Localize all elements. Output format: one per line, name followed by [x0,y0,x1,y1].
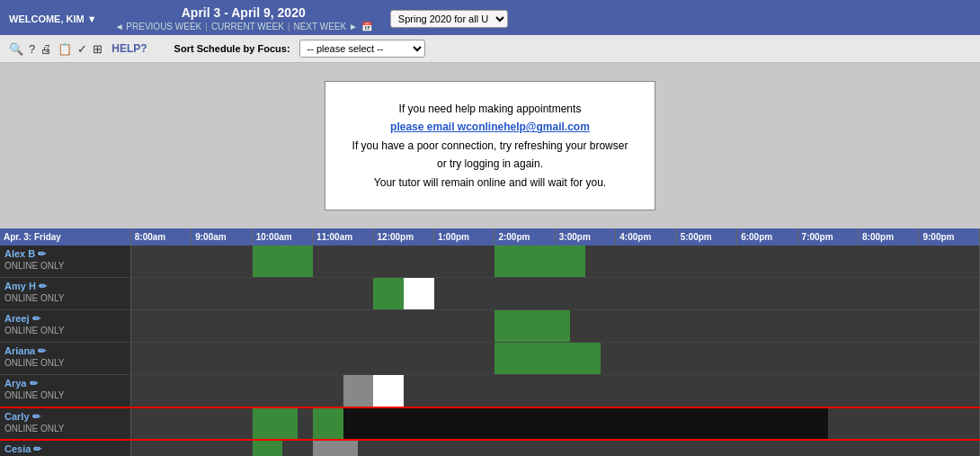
tutor-mode: ONLINE ONLY [4,293,126,303]
time-header: 8:00am [130,228,191,246]
info-box-container: If you need help making appointments ple… [0,63,980,228]
tutor-name-cell: Ariana ✏ONLINE ONLY [0,343,130,375]
schedule-time-span[interactable] [130,375,979,407]
schedule-block[interactable] [494,343,525,374]
prev-week-link[interactable]: ◄ PREVIOUS WEEK [115,22,202,31]
print-icon[interactable]: 🖨 [40,42,52,56]
copy-icon[interactable]: 📋 [58,42,72,56]
schedule-block[interactable] [404,278,434,309]
schedule-time-span[interactable] [130,343,979,375]
info-box: If you need help making appointments ple… [325,81,656,210]
info-line4: or try logging in again. [352,155,628,173]
tutor-name-cell: Amy H ✏ONLINE ONLY [0,278,130,310]
header-date: April 3 - April 9, 2020 [182,5,306,20]
time-header: 9:00am [192,228,252,246]
tutor-name[interactable]: Amy H ✏ [4,281,126,292]
header-nav: ◄ PREVIOUS WEEK | CURRENT WEEK | NEXT WE… [115,22,372,31]
info-email[interactable]: please email wconlinehelp@gmail.com [352,118,628,136]
tutor-mode: ONLINE ONLY [4,326,126,335]
next-week-link[interactable]: NEXT WEEK ► [293,22,357,31]
top-header: WELCOME, KIM ▼ April 3 - April 9, 2020 ◄… [0,0,980,35]
schedule-block[interactable] [494,246,555,278]
tutor-name-cell: Arya ✏ONLINE ONLY [0,375,130,407]
calendar-icon[interactable]: 📅 [361,22,372,31]
schedule-block[interactable] [343,441,359,456]
schedule-block[interactable] [555,246,585,278]
tutor-row: Arya ✏ONLINE ONLY [0,375,980,407]
sort-select[interactable]: -- please select -- [299,40,425,58]
email-link[interactable]: please email wconlinehelp@gmail.com [390,121,590,133]
tutor-row: Alex B ✏ONLINE ONLY [0,246,980,278]
schedule-block[interactable] [494,310,525,342]
tutor-row: Areej ✏ONLINE ONLY [0,310,980,343]
time-header: 3:00pm [555,228,615,246]
tutor-mode: ONLINE ONLY [4,358,126,368]
tutor-name-cell: Areej ✏ONLINE ONLY [0,310,130,343]
toolbar: 🔍 ? 🖨 📋 ✓ ⊞ HELP? Sort Schedule by Focus… [0,35,980,63]
tutor-name[interactable]: Arya ✏ [4,378,126,389]
info-line1: If you need help making appointments [352,100,628,118]
schedule-container: Apr. 3: Friday 8:00am9:00am10:00am11:00a… [0,228,980,456]
time-header: 7:00pm [797,228,858,246]
schedule-block[interactable] [373,375,404,407]
tutor-name-cell: Alex B ✏ONLINE ONLY [0,246,130,278]
tutor-name[interactable]: Cesia ✏ [4,443,126,455]
time-header: 5:00pm [676,228,736,246]
semester-select[interactable]: Spring 2020 for all U [390,10,508,28]
day-header: Apr. 3: Friday [0,228,130,246]
sort-label: Sort Schedule by Focus: [174,43,290,54]
search-icon[interactable]: 🔍 [9,42,23,56]
toolbar-icons: 🔍 ? 🖨 📋 ✓ ⊞ [9,42,102,56]
check-icon[interactable]: ✓ [77,42,87,56]
schedule-time-span[interactable] [130,440,979,456]
schedule-block[interactable] [253,246,313,278]
info-icon[interactable]: ? [29,42,35,56]
tutor-name[interactable]: Areej ✏ [4,313,126,325]
schedule-block[interactable] [313,441,343,456]
schedule-block[interactable] [373,278,404,309]
tutor-row: Amy H ✏ONLINE ONLY [0,278,980,310]
time-header: 11:00am [313,228,373,246]
tutor-mode: ONLINE ONLY [4,424,126,434]
time-header: 10:00am [252,228,312,246]
schedule-table: Apr. 3: Friday 8:00am9:00am10:00am11:00a… [0,228,980,456]
tutor-mode: ONLINE ONLY [4,390,126,400]
info-line3: If you have a poor connection, try refre… [352,137,628,155]
tutor-row: Carly ✏ONLINE ONLY [0,407,980,440]
time-header: 8:00pm [859,228,919,246]
tutor-name[interactable]: Carly ✏ [4,411,126,423]
tutor-name-cell: Carly ✏ONLINE ONLY [0,407,130,440]
tutor-mode: ONLINE ONLY [4,261,126,271]
time-header: 6:00pm [737,228,797,246]
schedule-block[interactable] [555,343,585,374]
help-link[interactable]: HELP? [111,42,147,55]
schedule-block[interactable] [313,408,343,439]
schedule-time-span[interactable] [130,278,979,310]
time-header: 9:00pm [919,228,980,246]
schedule-block[interactable] [525,343,556,374]
time-header: 2:00pm [494,228,555,246]
schedule-header-row: Apr. 3: Friday 8:00am9:00am10:00am11:00a… [0,228,980,246]
time-header: 12:00pm [373,228,433,246]
tutor-name[interactable]: Ariana ✏ [4,345,126,357]
schedule-block[interactable] [343,375,374,407]
schedule-time-span[interactable] [130,246,979,278]
grid-icon[interactable]: ⊞ [93,42,102,56]
welcome-text[interactable]: WELCOME, KIM ▼ [9,13,97,24]
time-header: 4:00pm [616,228,676,246]
tutor-name[interactable]: Alex B ✏ [4,248,126,260]
schedule-time-span[interactable] [130,407,979,440]
tutor-row: Cesia ✏ONLINE ONLY [0,440,980,456]
header-center: April 3 - April 9, 2020 ◄ PREVIOUS WEEK … [115,5,372,31]
tutor-name-cell: Cesia ✏ONLINE ONLY [0,440,130,456]
schedule-block[interactable] [585,343,601,374]
schedule-block[interactable] [343,408,828,439]
info-line5: Your tutor will remain online and will w… [352,174,628,192]
schedule-block[interactable] [525,310,540,342]
schedule-block[interactable] [540,310,571,342]
schedule-block[interactable] [253,441,283,456]
schedule-block[interactable] [282,408,298,439]
current-week-link[interactable]: CURRENT WEEK [211,22,284,31]
schedule-block[interactable] [253,408,283,439]
schedule-time-span[interactable] [130,310,979,343]
